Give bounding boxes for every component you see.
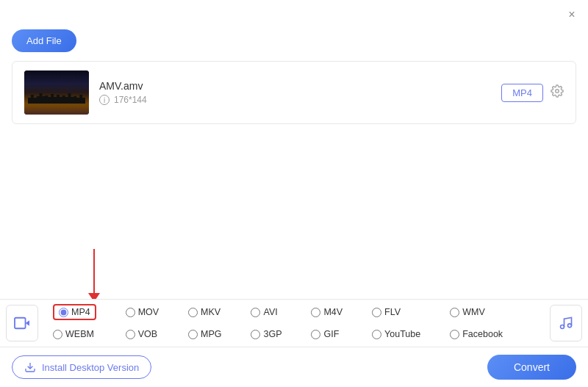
radio-vob[interactable] bbox=[126, 330, 135, 339]
radio-gif[interactable] bbox=[311, 330, 320, 339]
file-name: AMV.amv bbox=[99, 80, 501, 92]
format-option-wmv[interactable]: WMV bbox=[444, 305, 526, 319]
label-vob: VOB bbox=[138, 329, 157, 339]
video-format-tab[interactable] bbox=[6, 305, 38, 341]
format-option-flv[interactable]: FLV bbox=[366, 305, 444, 319]
bottom-section: MP4 MOV MKV AVI M4V FLV bbox=[0, 299, 588, 387]
radio-mp4[interactable] bbox=[59, 308, 68, 317]
convert-button[interactable]: Convert bbox=[487, 355, 576, 380]
file-info: AMV.amv i 176*144 bbox=[89, 80, 501, 105]
download-icon bbox=[24, 361, 36, 373]
label-m4v: M4V bbox=[323, 307, 343, 317]
format-option-vob[interactable]: VOB bbox=[120, 327, 182, 341]
file-thumbnail bbox=[24, 70, 89, 115]
format-option-gif[interactable]: GIF bbox=[305, 327, 366, 341]
install-desktop-button[interactable]: Install Desktop Version bbox=[12, 355, 151, 379]
format-option-facebook[interactable]: Facebook bbox=[444, 327, 526, 341]
format-option-mov[interactable]: MOV bbox=[120, 305, 182, 319]
arrow-annotation bbox=[88, 249, 100, 302]
label-avi: AVI bbox=[263, 307, 277, 317]
radio-mpg[interactable] bbox=[188, 330, 198, 339]
title-bar: × bbox=[0, 0, 588, 26]
label-gif: GIF bbox=[323, 329, 339, 339]
svg-point-3 bbox=[561, 325, 564, 329]
radio-mkv[interactable] bbox=[188, 308, 198, 317]
svg-point-4 bbox=[568, 324, 572, 328]
svg-rect-1 bbox=[15, 318, 26, 329]
radio-flv[interactable] bbox=[372, 308, 381, 317]
format-option-webm[interactable]: WEBM bbox=[47, 327, 120, 341]
format-option-youtube[interactable]: YouTube bbox=[366, 327, 444, 341]
add-file-button[interactable]: Add File bbox=[12, 29, 76, 52]
label-youtube: YouTube bbox=[384, 329, 420, 339]
radio-3gp[interactable] bbox=[251, 330, 260, 339]
radio-avi[interactable] bbox=[251, 308, 260, 317]
label-wmv: WMV bbox=[462, 307, 485, 317]
format-option-m4v[interactable]: M4V bbox=[305, 305, 366, 319]
audio-format-tab[interactable] bbox=[550, 305, 582, 341]
radio-m4v[interactable] bbox=[311, 308, 320, 317]
radio-mov[interactable] bbox=[126, 308, 135, 317]
radio-webm[interactable] bbox=[53, 330, 62, 339]
footer: Install Desktop Version Convert bbox=[0, 347, 588, 387]
format-badge-button[interactable]: MP4 bbox=[501, 84, 543, 102]
format-option-mp4[interactable]: MP4 bbox=[47, 302, 120, 322]
format-option-mpg[interactable]: MPG bbox=[182, 327, 245, 341]
close-button[interactable]: × bbox=[564, 7, 579, 22]
radio-youtube[interactable] bbox=[372, 330, 381, 339]
format-option-avi[interactable]: AVI bbox=[245, 305, 305, 319]
label-facebook: Facebook bbox=[462, 329, 503, 339]
toolbar: Add File bbox=[0, 26, 588, 61]
install-label: Install Desktop Version bbox=[42, 362, 139, 373]
radio-wmv[interactable] bbox=[450, 308, 459, 317]
label-3gp: 3GP bbox=[263, 329, 282, 339]
file-list: AMV.amv i 176*144 MP4 bbox=[12, 61, 576, 124]
format-bar: MP4 MOV MKV AVI M4V FLV bbox=[0, 299, 588, 347]
settings-button[interactable] bbox=[551, 84, 564, 101]
label-mpg: MPG bbox=[201, 329, 221, 339]
file-item: AMV.amv i 176*144 MP4 bbox=[12, 62, 576, 123]
svg-point-0 bbox=[556, 90, 559, 93]
format-options-grid: MP4 MOV MKV AVI M4V FLV bbox=[47, 302, 544, 344]
label-webm: WEBM bbox=[65, 329, 94, 339]
arrow-line bbox=[93, 249, 95, 293]
label-mp4: MP4 bbox=[71, 307, 90, 317]
file-meta: i 176*144 bbox=[99, 95, 501, 105]
file-dimensions: 176*144 bbox=[114, 95, 147, 105]
label-flv: FLV bbox=[384, 307, 401, 317]
radio-facebook[interactable] bbox=[450, 330, 459, 339]
thumbnail-image bbox=[24, 70, 89, 115]
file-actions: MP4 bbox=[501, 84, 564, 102]
format-option-mkv[interactable]: MKV bbox=[182, 305, 245, 319]
label-mkv: MKV bbox=[201, 307, 220, 317]
info-icon[interactable]: i bbox=[99, 95, 110, 105]
content-area bbox=[0, 124, 588, 300]
label-mov: MOV bbox=[138, 307, 159, 317]
format-option-3gp[interactable]: 3GP bbox=[245, 327, 305, 341]
